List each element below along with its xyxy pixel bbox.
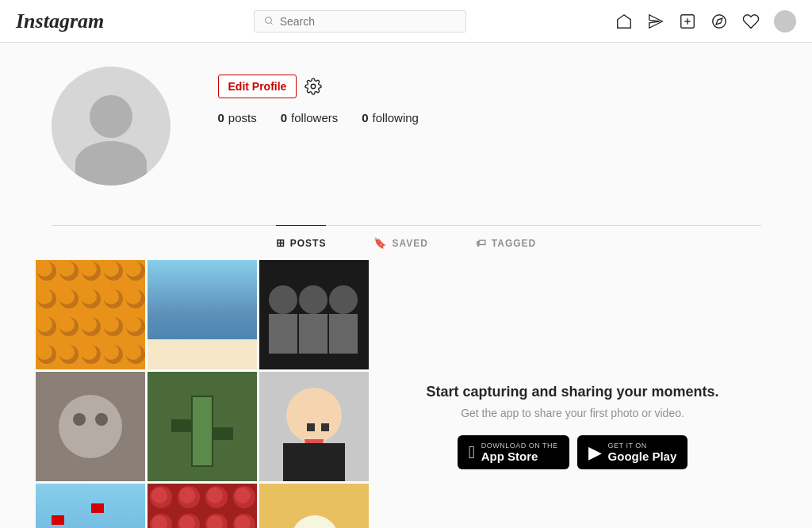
post-cell[interactable]	[259, 484, 369, 528]
top-navbar: Instagram	[0, 0, 812, 43]
post-cell[interactable]	[36, 484, 145, 528]
settings-icon[interactable]	[304, 78, 322, 95]
promo-title: Start capturing and sharing your moments…	[426, 384, 718, 400]
google-play-name: Google Play	[608, 450, 677, 463]
profile-header: Edit Profile 0 posts 0 followers	[52, 67, 761, 209]
profile-actions: Edit Profile	[218, 75, 761, 98]
google-play-text: GET IT ON Google Play	[608, 442, 677, 463]
search-input[interactable]	[280, 15, 456, 28]
edit-profile-button[interactable]: Edit Profile	[218, 75, 297, 98]
avatar-body	[75, 141, 147, 186]
nav-icons	[615, 10, 796, 33]
tab-tagged-label: TAGGED	[492, 238, 536, 249]
followers-stat[interactable]: 0 followers	[281, 111, 339, 124]
google-play-badge[interactable]: ▶ GET IT ON Google Play	[577, 435, 688, 469]
compass-icon[interactable]	[710, 13, 728, 30]
svg-point-0	[265, 17, 271, 23]
profile-stats: 0 posts 0 followers 0 following	[218, 111, 761, 124]
apple-icon: 	[469, 444, 475, 461]
google-play-icon: ▶	[588, 444, 602, 461]
following-count: 0	[362, 111, 368, 124]
svg-point-8	[312, 84, 316, 89]
user-avatar-nav[interactable]	[774, 10, 796, 33]
post-cell[interactable]	[36, 372, 145, 481]
post-cell[interactable]	[259, 372, 369, 481]
avatar-head	[90, 95, 132, 138]
app-store-text: Download on the App Store	[481, 442, 558, 463]
search-icon	[264, 15, 274, 28]
instagram-logo[interactable]: Instagram	[16, 10, 104, 33]
grid-icon: ⊞	[276, 237, 285, 249]
tab-posts-label: POSTS	[290, 238, 327, 249]
tab-saved[interactable]: 🔖 SAVED	[373, 225, 427, 260]
app-store-badge[interactable]:  Download on the App Store	[458, 435, 569, 469]
home-icon[interactable]	[615, 13, 633, 30]
store-badges:  Download on the App Store ▶ GET IT ON …	[458, 435, 688, 469]
profile-avatar	[52, 67, 170, 186]
content-area: Start capturing and sharing your moments…	[36, 260, 777, 528]
bookmark-icon: 🔖	[373, 237, 387, 249]
profile-avatar-wrap	[52, 67, 170, 186]
svg-line-1	[270, 22, 272, 24]
following-label: following	[373, 111, 419, 124]
app-store-name: App Store	[481, 450, 558, 463]
tag-icon: 🏷	[476, 237, 487, 249]
post-cell[interactable]	[147, 484, 257, 528]
tab-tagged[interactable]: 🏷 TAGGED	[476, 225, 536, 260]
app-store-sub: Download on the	[481, 442, 558, 450]
svg-point-6	[713, 14, 726, 28]
profile-tabs: ⊞ POSTS 🔖 SAVED 🏷 TAGGED	[52, 225, 761, 260]
send-icon[interactable]	[647, 13, 665, 30]
posts-grid	[36, 260, 369, 528]
svg-marker-2	[649, 14, 663, 28]
posts-label: posts	[228, 111, 257, 124]
post-cell[interactable]	[36, 260, 145, 369]
post-cell[interactable]	[259, 260, 369, 369]
tab-saved-label: SAVED	[392, 238, 427, 249]
add-post-icon[interactable]	[679, 13, 696, 30]
post-cell[interactable]	[147, 260, 257, 369]
profile-info: Edit Profile 0 posts 0 followers	[218, 67, 761, 124]
promo-subtitle: Get the app to share your first photo or…	[461, 407, 684, 419]
svg-marker-7	[716, 18, 722, 25]
google-play-sub: GET IT ON	[608, 442, 677, 450]
search-bar	[254, 10, 466, 33]
followers-label: followers	[291, 111, 338, 124]
followers-count: 0	[281, 111, 287, 124]
posts-count: 0	[218, 111, 224, 124]
following-stat[interactable]: 0 following	[362, 111, 419, 124]
tab-posts[interactable]: ⊞ POSTS	[276, 225, 327, 260]
avatar-silhouette	[52, 67, 170, 186]
posts-stat: 0 posts	[218, 111, 257, 124]
profile-container: Edit Profile 0 posts 0 followers	[36, 43, 777, 260]
promo-section: Start capturing and sharing your moments…	[369, 260, 777, 528]
post-cell[interactable]	[147, 372, 257, 481]
heart-icon[interactable]	[742, 13, 760, 30]
